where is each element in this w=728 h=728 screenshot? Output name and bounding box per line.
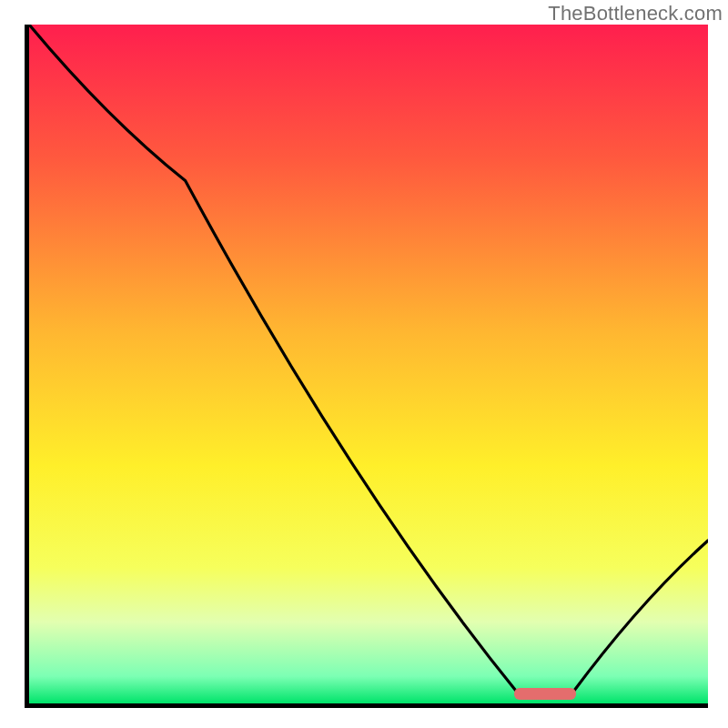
gradient-background <box>29 25 708 703</box>
plot-area <box>25 25 708 708</box>
optimal-range-marker <box>514 688 576 700</box>
attribution-label: TheBottleneck.com <box>548 2 723 25</box>
chart-frame: TheBottleneck.com <box>0 0 728 728</box>
plot-svg <box>29 25 708 703</box>
